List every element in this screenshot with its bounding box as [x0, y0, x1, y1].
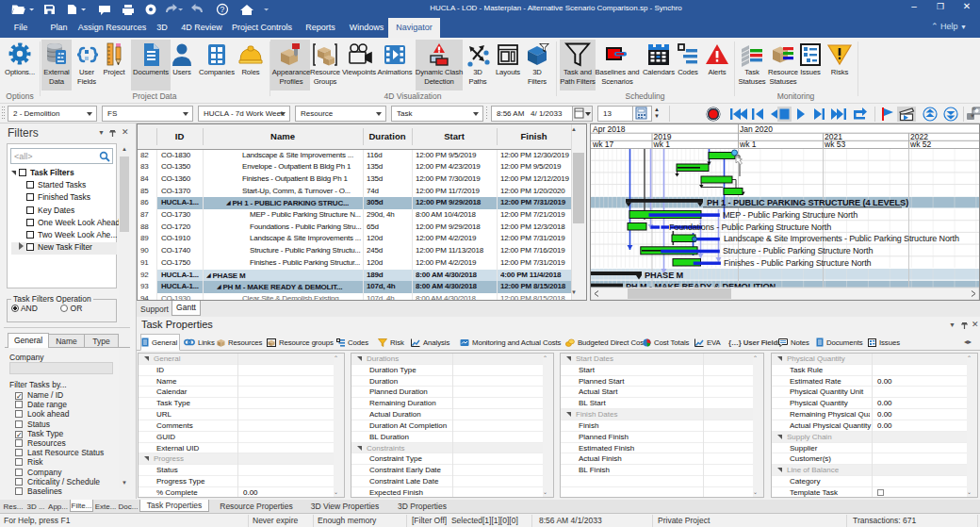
svg-text:Structure - Public Parking Str: Structure - Public Parking Structure Nor…	[723, 246, 873, 255]
svg-text:wk 52: wk 52	[909, 140, 931, 149]
svg-text:wk 53: wk 53	[824, 140, 845, 149]
svg-text:Landscape & Site Improvements: Landscape & Site Improvements - Public P…	[724, 234, 959, 243]
svg-text:wk 1: wk 1	[653, 140, 671, 149]
svg-text:MEP - Public Parking Structure: MEP - Public Parking Structure North	[723, 210, 858, 220]
svg-text:PH 1 - PUBLIC PARKING STRUCTUR: PH 1 - PUBLIC PARKING STRUCTURE (4 LEVEL…	[707, 198, 908, 207]
svg-text:Apr 2018: Apr 2018	[593, 124, 626, 134]
svg-text:Finishes - Public Parking Stru: Finishes - Public Parking Structure Nort…	[724, 258, 872, 268]
svg-text:Jan 2020: Jan 2020	[740, 124, 773, 134]
svg-text:wk 17: wk 17	[592, 140, 613, 149]
svg-text:Foundations - Public Parking S: Foundations - Public Parking Structure N…	[669, 222, 831, 232]
svg-text:wk 1: wk 1	[739, 140, 757, 149]
svg-text:PHASE M: PHASE M	[645, 271, 684, 280]
